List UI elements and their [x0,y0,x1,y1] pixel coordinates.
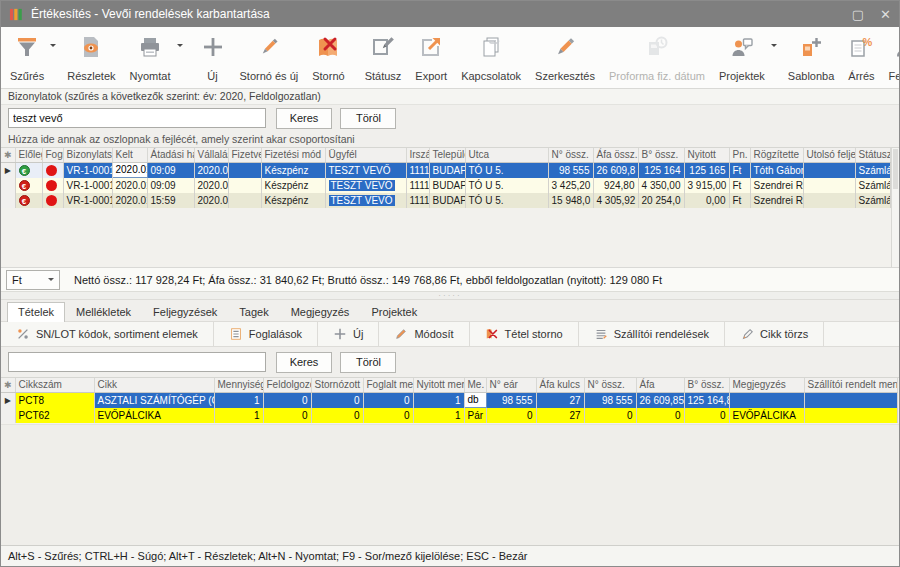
cell[interactable]: Számláz [855,162,890,178]
cell[interactable] [228,193,261,208]
column-header[interactable]: Áfa kulcs [536,378,584,392]
column-header[interactable]: Átadási határidő [147,148,194,162]
cell[interactable]: 2020.01 [112,193,147,208]
column-header[interactable]: Cikk [94,378,214,392]
cell[interactable]: TESZT VEVŐ [325,178,406,193]
connections-button[interactable]: Kapcsolatok [454,29,528,86]
column-header[interactable]: Fizetve [228,148,261,162]
cell[interactable]: 0 [311,408,363,423]
items-clear-button[interactable]: Töröl [340,352,396,373]
cell[interactable]: 0 [363,392,413,408]
cell[interactable] [42,178,63,193]
table-row[interactable]: ▶ € VR-1-000182 2020.01 09:09 2020.01 Ké… [1,162,890,178]
cell[interactable]: PCT62 [15,408,94,423]
cell[interactable]: 0 [263,408,311,423]
cell[interactable]: BUDAPEST [429,193,465,208]
column-header[interactable]: Áfa [636,378,684,392]
cell[interactable]: 1 [214,392,263,408]
column-header[interactable]: Nyitott [684,148,729,162]
column-header[interactable]: N° eár [486,378,536,392]
cell[interactable]: Ft [729,178,750,193]
close-button[interactable]: ✕ [880,8,891,21]
cell[interactable]: TESZT VEVŐ [325,193,406,208]
cell[interactable]: PCT8 [15,392,94,408]
cell[interactable]: VR-1-000182 [63,162,112,178]
cell[interactable]: 1 [413,408,464,423]
column-header[interactable]: Foglalás [42,148,63,162]
column-header[interactable]: Feldolgozott [263,378,311,392]
cell[interactable]: BUDAPEST [429,162,465,178]
print-button[interactable]: Nyomtat [123,29,187,86]
cell[interactable]: 3 425,20 [548,178,593,193]
cell[interactable] [803,162,855,178]
cell[interactable]: 2020.01 [194,178,228,193]
column-header[interactable]: Me. [464,378,486,392]
tab-tetelek[interactable]: Tételek [7,302,65,322]
column-header[interactable]: Fizetési mód [261,148,325,162]
cell[interactable]: 3 915,00 [684,178,729,193]
cell[interactable]: 1111 [406,193,429,208]
filter-button[interactable]: Szűrés [3,29,60,86]
item-cancel-button[interactable]: Tétel storno [470,322,579,346]
cell[interactable]: Ft [729,193,750,208]
cell[interactable]: 09:09 [147,162,194,178]
supplier-orders-button[interactable]: Szállítói rendelések [579,322,725,346]
cell[interactable]: 26 609,85 [636,392,684,408]
item-master-button[interactable]: Cikk törzs [725,322,824,346]
column-header[interactable]: Kelt [112,148,147,162]
cell[interactable]: 1 [413,392,464,408]
cell[interactable]: 1111 [406,178,429,193]
column-header[interactable]: N° össz. [548,148,593,162]
column-header[interactable]: B° össz. [684,378,729,392]
items-search-input[interactable] [8,352,266,372]
export-button[interactable]: Export [408,29,454,86]
documents-search-input[interactable] [8,108,266,128]
cell[interactable]: EVŐPÁLCIKA [729,408,804,423]
column-header[interactable]: Megjegyzés [729,378,804,392]
cell[interactable] [803,193,855,208]
cell[interactable] [803,178,855,193]
table-row[interactable]: PCT62 EVŐPÁLCIKA 1 0 0 0 1 Pár 0 27 0 0 … [1,408,897,423]
table-row[interactable]: € VR-1-000146 2020.01 15:59 2020.01 Kész… [1,193,890,208]
cell[interactable]: 125 164,85 [684,392,729,408]
cell[interactable]: 98 555 [486,392,536,408]
cell[interactable]: 0 [684,408,729,423]
scrollbar-thumb[interactable] [893,149,899,189]
column-header[interactable]: Cikkszám [15,378,94,392]
cell[interactable]: 125 165 [684,162,729,178]
column-header[interactable]: Ügyfél [325,148,406,162]
chevron-down-icon[interactable] [177,44,183,50]
item-new-button[interactable]: Új [318,322,379,346]
cell[interactable]: 125 164 [638,162,684,178]
cell[interactable]: Készpénz [261,178,325,193]
cell[interactable]: € [15,178,42,193]
cell[interactable]: 98 555 [584,392,636,408]
cell[interactable] [228,178,261,193]
cancel-button[interactable]: Stornó [305,29,351,86]
items-search-button[interactable]: Keres [276,352,332,373]
cell[interactable]: 0 [636,408,684,423]
maximize-button[interactable]: ▢ [852,8,864,21]
tab-projektek[interactable]: Projektek [360,302,428,321]
column-header[interactable]: B° össz. [638,148,684,162]
cell[interactable]: Tóth Gábor [750,162,803,178]
cell[interactable]: TÓ U 5. [465,162,548,178]
table-row[interactable]: € VR-1-000163 2020.01 09:09 2020.01 Kész… [1,178,890,193]
documents-clear-button[interactable]: Töröl [340,108,396,129]
cell[interactable]: 09:09 [147,178,194,193]
cell[interactable]: ASZTALI SZÁMÍTÓGÉP (GY) [94,392,214,408]
details-button[interactable]: Részletek [60,29,122,86]
cell[interactable] [729,392,804,408]
column-header[interactable]: Szállítói rendelt mennyiség [804,378,897,392]
cell[interactable]: 27 [536,392,584,408]
cell[interactable]: Számláz [855,193,890,208]
cell[interactable]: 4 305,92 [593,193,638,208]
cell[interactable]: TÓ U 5. [465,193,548,208]
margin-button[interactable]: % Árrés [841,29,881,86]
status-button[interactable]: Státusz [358,29,409,86]
column-header[interactable]: Utca [465,148,548,162]
cell[interactable]: 15:59 [147,193,194,208]
column-header[interactable]: Utolsó feljegyzés [803,148,855,162]
table-row[interactable]: ▶ PCT8 ASZTALI SZÁMÍTÓGÉP (GY) 1 0 0 0 1… [1,392,897,408]
cell[interactable]: 2020.01 [194,162,228,178]
